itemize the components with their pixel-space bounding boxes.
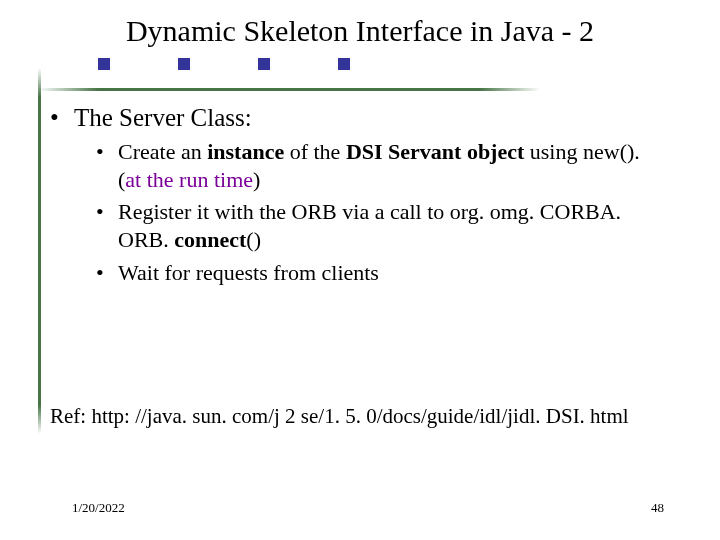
text-fragment: Create an — [118, 139, 207, 164]
sub-bullet-list: • Create an instance of the DSI Servant … — [96, 138, 668, 287]
bullet-marker: • — [96, 198, 118, 254]
bullet-marker: • — [96, 259, 118, 287]
bullet-marker: • — [96, 138, 118, 194]
slide-title: Dynamic Skeleton Interface in Java - 2 — [0, 0, 720, 56]
dot-icon — [98, 58, 110, 70]
heading-text: The Server Class: — [74, 104, 252, 131]
slide-content: •The Server Class: • Create an instance … — [50, 104, 668, 291]
list-item-text: Wait for requests from clients — [118, 259, 668, 287]
bold-text: instance — [207, 139, 284, 164]
list-item: • Wait for requests from clients — [96, 259, 668, 287]
footer-page-number: 48 — [651, 500, 664, 516]
decorative-dots — [50, 56, 720, 74]
bold-text: DSI Servant object — [346, 139, 524, 164]
list-item-text: Register it with the ORB via a call to o… — [118, 198, 668, 254]
heading-bullet: •The Server Class: — [50, 104, 668, 132]
list-item: • Create an instance of the DSI Servant … — [96, 138, 668, 194]
footer-date: 1/20/2022 — [72, 500, 125, 516]
reference-text: Ref: http: //java. sun. com/j 2 se/1. 5.… — [50, 404, 680, 429]
text-fragment: () — [246, 227, 261, 252]
runtime-text: at the run time — [125, 167, 253, 192]
dot-icon — [338, 58, 350, 70]
list-item: • Register it with the ORB via a call to… — [96, 198, 668, 254]
bold-text: connect — [174, 227, 246, 252]
dot-icon — [178, 58, 190, 70]
text-fragment: ) — [253, 167, 260, 192]
text-fragment: of the — [284, 139, 346, 164]
horizontal-rule — [38, 88, 540, 91]
vertical-rule — [38, 68, 41, 434]
bullet-marker: • — [50, 104, 74, 132]
list-item-text: Create an instance of the DSI Servant ob… — [118, 138, 668, 194]
dot-icon — [258, 58, 270, 70]
